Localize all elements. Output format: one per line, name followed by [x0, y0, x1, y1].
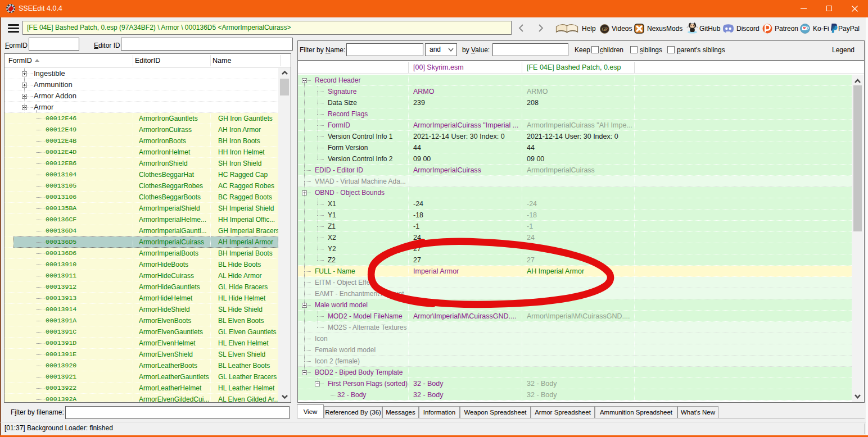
- svg-text:GP: GP: [602, 27, 608, 32]
